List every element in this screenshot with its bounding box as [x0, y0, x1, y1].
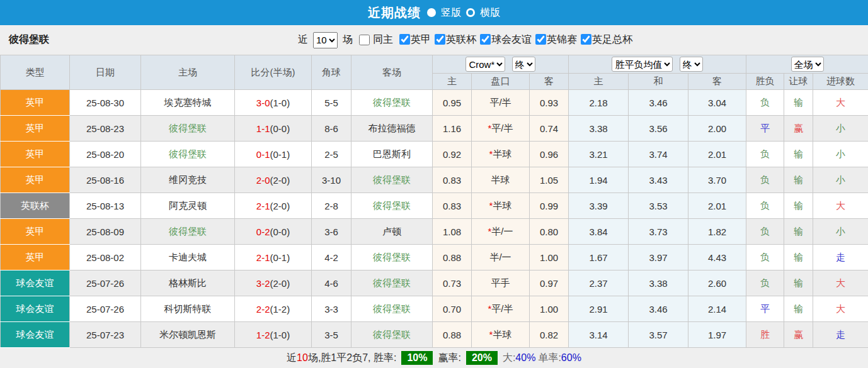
result-wdl: 平: [746, 116, 784, 142]
home-team: 阿克灵顿: [141, 193, 235, 219]
same-home-checkbox[interactable]: [359, 35, 370, 45]
handicap-star: *: [489, 329, 493, 340]
vertical-layout-radio[interactable]: [427, 8, 436, 17]
corner-count: 4-2: [312, 245, 351, 270]
league-checkbox-3[interactable]: [535, 34, 546, 45]
score-cell: 2-0(2-0): [235, 167, 312, 193]
match-date: 25-08-23: [70, 116, 141, 142]
halftime-score: (1-2): [270, 304, 290, 315]
home-team: 卡迪夫城: [141, 245, 235, 270]
handicap-odds-away: 0.93: [530, 90, 569, 116]
halftime-score: (0-1): [270, 252, 290, 263]
league-type-badge: 英甲: [1, 219, 70, 245]
league-type-badge: 英甲: [1, 142, 70, 167]
filter-bar: 彼得堡联 近 10 场 同主 英甲英联杯球会友谊英锦赛英足总杯: [0, 25, 868, 55]
league-checkbox-0[interactable]: [399, 34, 410, 45]
result-scope-group-header: 全场: [746, 55, 868, 74]
match-date: 25-08-13: [70, 193, 141, 219]
mean-time-select[interactable]: 终: [680, 57, 703, 72]
col-header-score: 比分(半场): [235, 55, 312, 90]
match-date: 25-07-26: [70, 296, 141, 322]
fulltime-score: 3-0: [256, 98, 270, 108]
mean-odds-draw: 3.73: [629, 219, 688, 245]
league-label-2: 球会友谊: [491, 34, 532, 45]
league-type-badge: 英联杯: [1, 193, 70, 219]
score-cell: 0-1(0-1): [235, 142, 312, 167]
mean-odds-draw: 3.97: [629, 245, 688, 270]
single-value: 60%: [561, 352, 581, 363]
filter-controls: 近 10 场 同主 英甲英联杯球会友谊英锦赛英足总杯: [298, 32, 632, 48]
mean-odds-home: 3.38: [569, 116, 629, 142]
corner-count: 5-5: [312, 90, 351, 116]
odds-time-select[interactable]: 终: [512, 57, 535, 72]
handicap-odds-home: 0.70: [433, 296, 472, 322]
match-date: 25-07-23: [70, 322, 141, 348]
big-value: 40%: [515, 352, 535, 363]
col-header-away: 客场: [351, 55, 433, 90]
match-date: 25-08-02: [70, 245, 141, 270]
odds-company-select[interactable]: Crow*: [465, 57, 505, 72]
result-handicap: 输: [784, 219, 813, 245]
league-type-badge: 英甲: [1, 245, 70, 270]
league-checkbox-2[interactable]: [480, 34, 491, 45]
result-goals: 走: [813, 245, 868, 270]
mean-odds-home: 3.39: [569, 193, 629, 219]
handicap-line: *半球: [472, 322, 530, 348]
score-cell: 2-1(0-1): [235, 245, 312, 270]
handicap-star: *: [488, 303, 491, 314]
league-label-0: 英甲: [411, 34, 431, 45]
handicap-odds-home: 0.88: [433, 322, 472, 348]
mean-odds-away: 3.70: [688, 167, 746, 193]
table-row: 英甲25-08-09彼得堡联0-2(0-0)3-6卢顿1.08*半/一0.803…: [1, 219, 868, 245]
table-row: 英甲25-08-30埃克塞特城3-0(1-0)5-5彼得堡联0.95平/半0.9…: [1, 90, 868, 116]
league-type-badge: 球会友谊: [1, 270, 70, 296]
corner-count: 2-8: [312, 193, 351, 219]
league-checkbox-1[interactable]: [435, 34, 445, 45]
handicap-odds-group-header: Crow* 终: [433, 55, 569, 74]
scope-select[interactable]: 全场: [791, 57, 824, 72]
horizontal-layout-radio[interactable]: [466, 8, 475, 17]
league-checkbox-4[interactable]: [581, 34, 591, 45]
mean-odds-draw: 3.53: [629, 193, 688, 219]
result-wdl: 胜: [746, 322, 784, 348]
league-filter-group: 英甲英联杯球会友谊英锦赛英足总杯: [396, 33, 632, 47]
fulltime-score: 2-1: [256, 201, 270, 211]
league-label-1: 英联杯: [446, 34, 476, 45]
away-team: 彼得堡联: [351, 270, 433, 296]
away-team: 布拉德福德: [351, 116, 433, 142]
result-handicap: 赢: [784, 322, 813, 348]
home-team: 米尔顿凯恩斯: [141, 322, 235, 348]
games-label: 场: [343, 33, 353, 47]
handicap-star: *: [488, 123, 491, 133]
score-cell: 1-1(0-0): [235, 116, 312, 142]
score-cell: 0-2(0-0): [235, 219, 312, 245]
win-rate-badge: 10%: [401, 351, 433, 365]
result-handicap: 输: [784, 245, 813, 270]
mean-odds-away: 1.97: [688, 322, 746, 348]
mean-odds-away: 4.43: [688, 245, 746, 270]
games-count-select[interactable]: 10: [313, 32, 338, 48]
mean-odds-draw: 3.74: [629, 142, 688, 167]
handicap-odds-home: 0.83: [433, 193, 472, 219]
result-handicap: 输: [784, 296, 813, 322]
corner-count: 3-5: [312, 322, 351, 348]
mean-odds-away: 1.82: [688, 219, 746, 245]
single-label: 单率:: [538, 352, 561, 363]
handicap-odds-away: 1.00: [530, 296, 569, 322]
col-header-date: 日期: [70, 55, 141, 90]
fulltime-score: 1-1: [256, 123, 270, 134]
away-team: 彼得堡联: [351, 90, 433, 116]
home-team: 彼得堡联: [141, 116, 235, 142]
handicap-odds-home: 0.95: [433, 90, 472, 116]
result-handicap: 输: [784, 167, 813, 193]
result-goals: 小: [813, 219, 868, 245]
result-handicap: 输: [784, 90, 813, 116]
table-row: 英甲25-08-02卡迪夫城2-1(0-1)4-2彼得堡联0.88半/一1.00…: [1, 245, 868, 270]
result-goals: 小: [813, 167, 868, 193]
sub-header-result-let: 让球: [784, 74, 813, 90]
mean-type-select[interactable]: 胜平负均值: [612, 57, 673, 72]
home-team: 科切斯特联: [141, 296, 235, 322]
page-title: 近期战绩: [368, 4, 421, 21]
halftime-score: (0-0): [270, 226, 290, 237]
home-team: 彼得堡联: [141, 219, 235, 245]
